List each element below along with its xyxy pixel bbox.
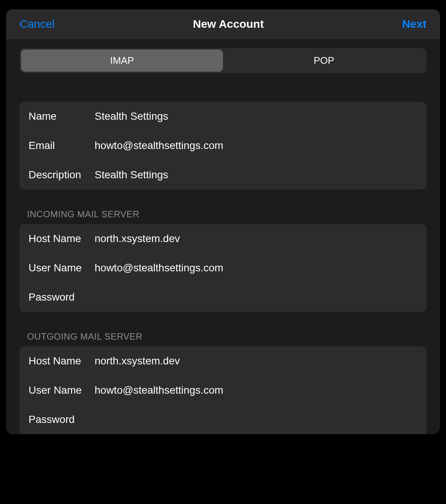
new-account-modal: Cancel New Account Next IMAP POP Name Em…	[6, 9, 440, 434]
outgoing-user-input[interactable]	[95, 384, 417, 396]
segment-pop[interactable]: POP	[223, 50, 425, 72]
description-row: Description	[20, 160, 426, 190]
account-group: Name Email Description	[20, 102, 426, 190]
incoming-user-row: User Name	[20, 253, 426, 283]
name-label: Name	[29, 110, 95, 122]
incoming-host-row: Host Name	[20, 224, 426, 253]
outgoing-group: Host Name User Name Password	[20, 346, 426, 434]
incoming-password-input[interactable]	[95, 291, 417, 303]
outgoing-section-header: Outgoing Mail Server	[20, 331, 426, 346]
outgoing-password-input[interactable]	[95, 414, 417, 426]
modal-title: New Account	[193, 18, 264, 30]
incoming-user-input[interactable]	[95, 262, 417, 274]
incoming-password-row: Password	[20, 283, 426, 312]
modal-header: Cancel New Account Next	[6, 9, 440, 39]
next-button[interactable]: Next	[402, 18, 426, 30]
email-row: Email	[20, 131, 426, 160]
incoming-user-label: User Name	[29, 262, 95, 274]
email-input[interactable]	[95, 140, 417, 152]
name-row: Name	[20, 102, 426, 131]
cancel-button[interactable]: Cancel	[20, 18, 54, 30]
incoming-section-header: Incoming Mail Server	[20, 209, 426, 224]
description-label: Description	[29, 169, 95, 181]
incoming-host-input[interactable]	[95, 233, 417, 245]
outgoing-host-label: Host Name	[29, 355, 95, 367]
outgoing-password-row: Password	[20, 405, 426, 434]
outgoing-host-row: Host Name	[20, 346, 426, 376]
outgoing-user-row: User Name	[20, 376, 426, 405]
description-input[interactable]	[95, 169, 417, 181]
protocol-segmented-control: IMAP POP	[20, 48, 426, 73]
modal-content: IMAP POP Name Email Description Incoming…	[6, 39, 440, 434]
incoming-group: Host Name User Name Password	[20, 224, 426, 312]
outgoing-user-label: User Name	[29, 384, 95, 396]
email-label: Email	[29, 140, 95, 152]
name-input[interactable]	[95, 110, 417, 122]
segment-imap[interactable]: IMAP	[21, 50, 223, 72]
incoming-host-label: Host Name	[29, 233, 95, 245]
incoming-password-label: Password	[29, 291, 95, 303]
outgoing-host-input[interactable]	[95, 355, 417, 367]
outgoing-password-label: Password	[29, 414, 95, 426]
